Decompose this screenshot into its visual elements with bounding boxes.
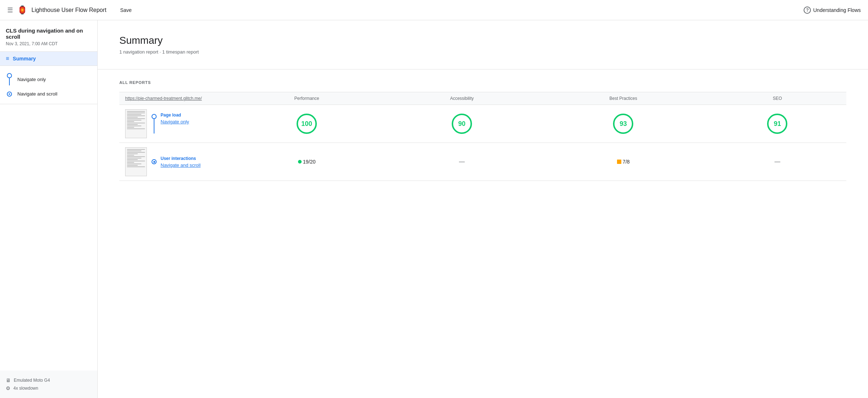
table-header-row: https://pie-charmed-treatment.glitch.me/… <box>119 92 846 105</box>
score-circle-best-practices: 93 <box>613 114 633 134</box>
sidebar: CLS during navigation and on scroll Nov … <box>0 20 98 398</box>
timespan-rect <box>617 160 621 164</box>
thumb-line <box>127 153 138 154</box>
thumb-line <box>127 115 145 116</box>
device-section: 🖥 Emulated Moto G4 ⚙ 4x slowdown <box>0 371 97 398</box>
thumbnail-cell <box>119 105 148 143</box>
project-info: CLS during navigation and on scroll Nov … <box>0 20 97 52</box>
score-accessibility-2: — <box>386 143 538 181</box>
table-row: Page load Navigate only 100 <box>119 105 846 143</box>
thumb-line <box>127 159 138 160</box>
save-button[interactable]: Save <box>116 5 135 15</box>
score-circle-performance: 100 <box>297 114 317 134</box>
thumb-line <box>127 127 134 128</box>
url-link[interactable]: https://pie-charmed-treatment.glitch.me/ <box>125 96 202 101</box>
sidebar-summary-label: Summary <box>13 56 36 62</box>
thumb-line <box>127 121 134 122</box>
thumb-line <box>127 151 141 151</box>
logo-icon: 🏮 <box>17 5 27 15</box>
project-title: CLS during navigation and on scroll <box>6 27 92 40</box>
report-type-2: User interactions <box>161 156 201 161</box>
thumb-line <box>127 128 145 129</box>
col-accessibility: Accessibility <box>386 92 538 105</box>
thumb-lines <box>125 110 146 131</box>
flow-line <box>9 78 10 85</box>
thumb-line <box>127 149 145 150</box>
thumb-lines-2 <box>125 148 146 169</box>
col-seo: SEO <box>709 92 846 105</box>
thumb-line <box>127 165 138 166</box>
thumb-line <box>127 123 145 123</box>
app-title: Lighthouse User Flow Report <box>31 7 106 13</box>
reports-section: ALL REPORTS https://pie-charmed-treatmen… <box>98 69 868 192</box>
score-circle-seo: 91 <box>767 114 787 134</box>
dash-accessibility: — <box>459 158 465 165</box>
device-icon: 🖥 <box>6 377 11 383</box>
report-name-1[interactable]: Navigate only <box>161 119 189 124</box>
score-best-practices-1: 93 <box>538 105 709 143</box>
url-col-header: https://pie-charmed-treatment.glitch.me/ <box>119 92 228 105</box>
score-performance-2: 19/20 <box>228 143 386 181</box>
slowdown-icon: ⚙ <box>6 385 10 391</box>
device-emulated: 🖥 Emulated Moto G4 <box>6 376 92 384</box>
report-thumbnail-2 <box>125 147 147 176</box>
thumb-line <box>127 155 134 156</box>
report-thumbnail <box>125 109 147 138</box>
flow-label-navigate-only: Navigate only <box>17 77 46 82</box>
thumb-line <box>127 118 145 119</box>
thumb-line <box>127 124 138 125</box>
main-layout: CLS during navigation and on scroll Nov … <box>0 20 868 398</box>
sidebar-item-navigate-only[interactable]: Navigate only <box>0 70 97 88</box>
score-seo-1: 91 <box>709 105 846 143</box>
score-circle-accessibility: 90 <box>452 114 472 134</box>
flow-timeline-timer <box>6 92 13 97</box>
row2-connector <box>151 159 157 164</box>
thumb-line <box>127 164 141 164</box>
thumb-line <box>127 166 145 167</box>
timespan-dot <box>298 160 302 164</box>
thumb-line <box>127 117 138 118</box>
timer-inner-dot <box>153 161 155 163</box>
thumb-line <box>127 114 141 115</box>
col-performance: Performance <box>228 92 386 105</box>
report-meta-1: Page load Navigate only <box>161 113 189 135</box>
connector-dot-nav <box>152 114 157 119</box>
thumb-line <box>127 152 145 153</box>
thumb-line <box>127 156 145 157</box>
thumb-line <box>127 158 141 158</box>
report-meta-2: User interactions Navigate and scroll <box>161 156 201 168</box>
thumb-line <box>127 162 134 163</box>
score-best-practices-2: 7/8 <box>538 143 709 181</box>
connector-dot-timer <box>152 159 157 164</box>
reports-table: https://pie-charmed-treatment.glitch.me/… <box>119 92 846 181</box>
device-label: Emulated Moto G4 <box>14 378 50 383</box>
thumb-line <box>127 120 141 120</box>
timer-dot <box>7 92 12 97</box>
summary-subtitle: 1 navigation report · 1 timespan report <box>119 49 846 55</box>
list-icon: ≡ <box>6 55 9 62</box>
thumbnail-cell-2 <box>119 143 148 181</box>
summary-title: Summary <box>119 35 846 46</box>
device-slowdown: ⚙ 4x slowdown <box>6 384 92 392</box>
timespan-rect-val: 7/8 <box>623 159 630 165</box>
thumb-line <box>127 111 145 112</box>
row1-connector <box>151 113 157 135</box>
content-area: Summary 1 navigation report · 1 timespan… <box>98 20 868 398</box>
report-name-2[interactable]: Navigate and scroll <box>161 162 201 168</box>
flow-connector-cell: Page load Navigate only <box>148 105 228 143</box>
sidebar-summary-item[interactable]: ≡ Summary <box>0 52 97 66</box>
timespan-rect-score: 7/8 <box>544 159 703 165</box>
timespan-score-performance: 19/20 <box>234 159 380 165</box>
project-date: Nov 3, 2021, 7:00 AM CDT <box>6 41 92 46</box>
sidebar-item-navigate-and-scroll[interactable]: Navigate and scroll <box>0 88 97 100</box>
understanding-flows-label: Understanding Flows <box>813 7 861 13</box>
nav-dot <box>7 73 12 78</box>
menu-icon[interactable]: ☰ <box>7 6 13 14</box>
header: ☰ 🏮 Lighthouse User Flow Report Save ? U… <box>0 0 868 20</box>
connector-line <box>154 119 154 134</box>
understanding-flows-link[interactable]: ? Understanding Flows <box>804 7 861 14</box>
thumb-line <box>127 113 145 113</box>
summary-section: Summary 1 navigation report · 1 timespan… <box>98 20 868 69</box>
dash-seo: — <box>774 158 780 165</box>
help-icon: ? <box>804 7 811 14</box>
